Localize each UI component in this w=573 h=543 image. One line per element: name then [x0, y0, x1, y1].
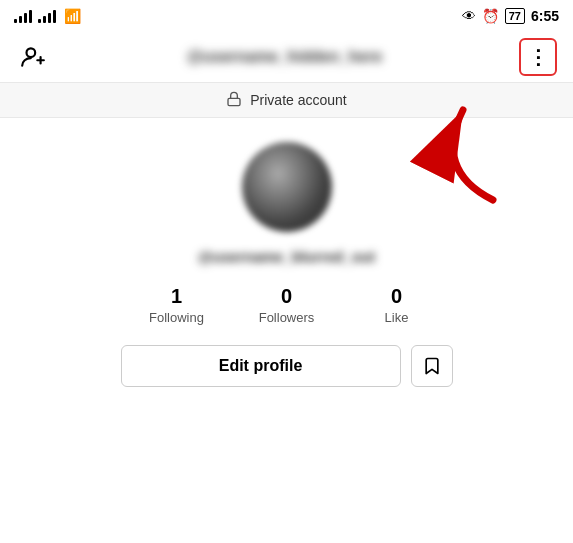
alarm-icon: ⏰	[482, 8, 499, 24]
eye-icon: 👁	[462, 8, 476, 24]
stat-following: 1 Following	[122, 285, 232, 325]
private-account-text: Private account	[250, 92, 347, 108]
username-display: @username_hidden_here	[50, 48, 519, 66]
status-bar: 📶 👁 ⏰ 77 6:55	[0, 0, 573, 32]
battery-indicator: 77	[505, 8, 525, 24]
following-count: 1	[171, 285, 182, 308]
stat-likes: 0 Like	[342, 285, 452, 325]
likes-count: 0	[391, 285, 402, 308]
following-label: Following	[149, 310, 204, 325]
signal-bars-1	[14, 9, 32, 23]
status-time: 6:55	[531, 8, 559, 24]
top-nav: @username_hidden_here ⋮	[0, 32, 573, 82]
wifi-icon: 📶	[64, 8, 81, 24]
followers-count: 0	[281, 285, 292, 308]
private-account-banner: Private account	[0, 82, 573, 118]
add-user-button[interactable]	[16, 40, 50, 74]
likes-label: Like	[385, 310, 409, 325]
more-menu-button[interactable]: ⋮	[519, 38, 557, 76]
profile-section: @username_blurred_out 1 Following 0 Foll…	[0, 118, 573, 403]
stats-row: 1 Following 0 Followers 0 Like	[16, 285, 557, 325]
lock-icon	[226, 91, 242, 110]
three-dots-icon: ⋮	[528, 45, 548, 69]
bookmark-button[interactable]	[411, 345, 453, 387]
followers-label: Followers	[259, 310, 315, 325]
bookmark-icon	[422, 356, 442, 376]
avatar	[242, 142, 332, 232]
edit-profile-button[interactable]: Edit profile	[121, 345, 401, 387]
status-right: 👁 ⏰ 77 6:55	[462, 8, 559, 24]
status-left: 📶	[14, 8, 81, 24]
svg-point-0	[27, 48, 36, 57]
signal-bars-2	[38, 9, 56, 23]
add-user-icon	[20, 44, 46, 70]
action-row: Edit profile	[16, 345, 557, 387]
profile-username: @username_blurred_out	[198, 248, 375, 265]
svg-rect-3	[228, 98, 240, 105]
stat-followers: 0 Followers	[232, 285, 342, 325]
